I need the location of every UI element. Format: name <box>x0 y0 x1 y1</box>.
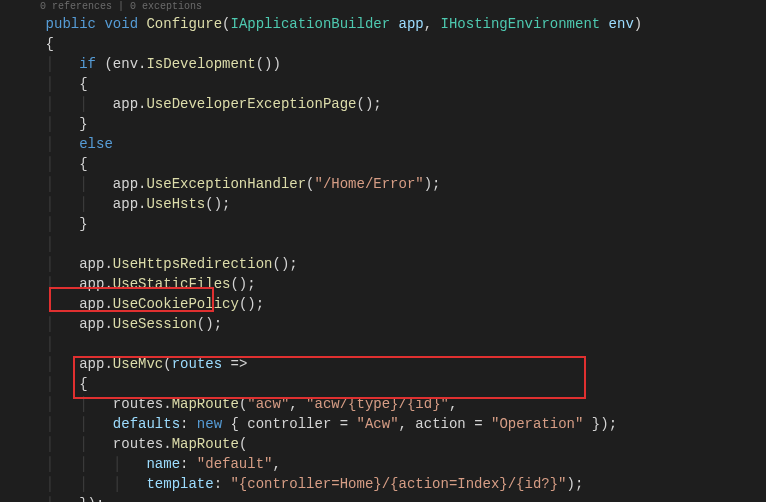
ident-app: app <box>79 276 104 292</box>
keyword-void: void <box>104 16 138 32</box>
eq: = <box>466 416 491 432</box>
method-usehsts: UseHsts <box>146 196 205 212</box>
colon: : <box>214 476 231 492</box>
code-line[interactable]: { <box>12 34 766 54</box>
brace-open: { <box>79 76 87 92</box>
arrow: => <box>231 356 248 372</box>
dot: . <box>104 316 112 332</box>
param-name: name <box>146 456 180 472</box>
eq: = <box>331 416 356 432</box>
code-line[interactable]: │ │ app.UseExceptionHandler("/Home/Error… <box>12 174 766 194</box>
comma: , <box>399 416 416 432</box>
code-line[interactable]: │ │ app.UseHsts(); <box>12 194 766 214</box>
comma: , <box>272 456 280 472</box>
code-line[interactable]: │ <box>12 234 766 254</box>
method-useexchandler: UseExceptionHandler <box>146 176 306 192</box>
brace-close: }); <box>79 496 104 502</box>
brace-close: } <box>79 216 87 232</box>
keyword-if: if <box>79 56 96 72</box>
comma: , <box>424 16 441 32</box>
method-usehttps: UseHttpsRedirection <box>113 256 273 272</box>
keyword-else: else <box>79 136 113 152</box>
ident-routes: routes <box>113 396 163 412</box>
param-template: template <box>146 476 213 492</box>
code-line[interactable]: │ if (env.IsDevelopment()) <box>12 54 766 74</box>
paren: ( <box>306 176 314 192</box>
brace-open: { <box>79 156 87 172</box>
ident-env: env <box>113 56 138 72</box>
code-line[interactable]: │ │ │ template: "{controller=Home}/{acti… <box>12 474 766 494</box>
code-line[interactable]: │ app.UseSession(); <box>12 314 766 334</box>
code-line[interactable]: │ │ defaults: new { controller = "Acw", … <box>12 414 766 434</box>
param-app: app <box>399 16 424 32</box>
method-usedevexc: UseDeveloperExceptionPage <box>146 96 356 112</box>
code-line[interactable]: │ app.UseCookiePolicy(); <box>12 294 766 314</box>
param-env: env <box>609 16 634 32</box>
code-line[interactable]: │ │ app.UseDeveloperExceptionPage(); <box>12 94 766 114</box>
code-line[interactable]: │ } <box>12 114 766 134</box>
code-line[interactable]: │ │ routes.MapRoute( <box>12 434 766 454</box>
ident-action: action <box>415 416 465 432</box>
call-end: ); <box>424 176 441 192</box>
code-line[interactable]: │ app.UseStaticFiles(); <box>12 274 766 294</box>
dot: . <box>104 356 112 372</box>
code-line[interactable]: │ }); <box>12 494 766 502</box>
method-usesession: UseSession <box>113 316 197 332</box>
brace-close: }); <box>592 416 617 432</box>
brace: { <box>230 416 247 432</box>
ident-controller: controller <box>247 416 331 432</box>
ident-app: app <box>79 356 104 372</box>
string-homeerror: "/Home/Error" <box>315 176 424 192</box>
dot: . <box>163 396 171 412</box>
brace-open: { <box>79 376 87 392</box>
string-operation: "Operation" <box>491 416 583 432</box>
code-line[interactable]: │ │ routes.MapRoute("acw", "acw/{type}/{… <box>12 394 766 414</box>
call-end: (); <box>357 96 382 112</box>
code-line[interactable]: │ } <box>12 214 766 234</box>
call-end: (); <box>205 196 230 212</box>
type-ihostenv: IHostingEnvironment <box>441 16 601 32</box>
colon: : <box>180 456 197 472</box>
call-end: (); <box>230 276 255 292</box>
code-line[interactable]: │ { <box>12 74 766 94</box>
dot: . <box>104 276 112 292</box>
code-line[interactable]: public void Configure(IApplicationBuilde… <box>12 14 766 34</box>
code-line[interactable]: │ │ │ name: "default", <box>12 454 766 474</box>
keyword-new: new <box>197 416 222 432</box>
string-defaulttemplate: "{controller=Home}/{action=Index}/{id?}" <box>230 476 566 492</box>
parens: ()) <box>256 56 281 72</box>
method-usecookie: UseCookiePolicy <box>113 296 239 312</box>
code-line[interactable]: │ else <box>12 134 766 154</box>
code-line[interactable]: │ <box>12 334 766 354</box>
method-usemvc: UseMvc <box>113 356 163 372</box>
brace-close: } <box>79 116 87 132</box>
string-acw: "acw" <box>247 396 289 412</box>
code-line[interactable]: │ { <box>12 154 766 174</box>
method-maproute: MapRoute <box>172 396 239 412</box>
method-usestatic: UseStaticFiles <box>113 276 231 292</box>
dot: . <box>163 436 171 452</box>
code-editor[interactable]: 0 references | 0 exceptions public void … <box>0 0 766 502</box>
codelens-info[interactable]: 0 references | 0 exceptions <box>12 0 766 14</box>
code-line[interactable]: │ app.UseHttpsRedirection(); <box>12 254 766 274</box>
call-end: (); <box>239 296 264 312</box>
comma: , <box>449 396 457 412</box>
paren: ( <box>104 56 112 72</box>
dot: . <box>104 296 112 312</box>
string-acwtemplate: "acw/{type}/{id}" <box>306 396 449 412</box>
string-acwval: "Acw" <box>357 416 399 432</box>
method-isdev: IsDevelopment <box>146 56 255 72</box>
ident-app: app <box>79 296 104 312</box>
comma: , <box>289 396 306 412</box>
code-line[interactable]: │ { <box>12 374 766 394</box>
dot: . <box>104 256 112 272</box>
colon: : <box>180 416 197 432</box>
call-end: ); <box>567 476 584 492</box>
ident-app: app <box>79 316 104 332</box>
param-defaults: defaults <box>113 416 180 432</box>
type-iappbuilder: IApplicationBuilder <box>230 16 390 32</box>
param-routes: routes <box>172 356 222 372</box>
method-configure: Configure <box>146 16 222 32</box>
call-end: (); <box>272 256 297 272</box>
code-line[interactable]: │ app.UseMvc(routes => <box>12 354 766 374</box>
